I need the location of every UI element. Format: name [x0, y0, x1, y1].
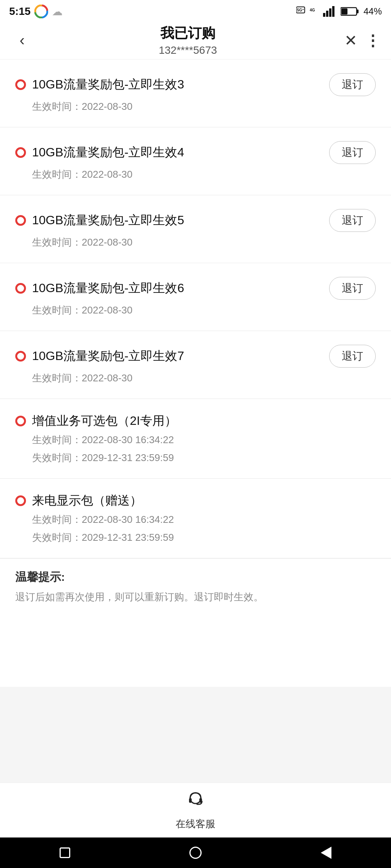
list-item-header: 10GB流量奖励包-立即生效5 退订	[15, 209, 376, 232]
nav-title: 我已订购	[34, 24, 342, 43]
service-label: 在线客服	[176, 817, 215, 831]
nav-title-block: 我已订购 132****5673	[34, 24, 342, 56]
svg-rect-4	[323, 13, 325, 17]
status-left: 5:15 ☁	[9, 5, 63, 18]
svg-text:4G: 4G	[310, 8, 315, 12]
list-item-header: 来电显示包（赠送）	[15, 492, 376, 509]
bottom-notice: 温馨提示: 退订后如需再次使用，则可以重新订购。退订即时生效。	[0, 558, 391, 611]
list-item: 10GB流量奖励包-立即生效5 退订 生效时间：2022-08-30	[0, 195, 391, 263]
status-dot-icon	[15, 79, 26, 90]
list-item-title-row: 10GB流量奖励包-立即生效6	[15, 280, 184, 297]
item-name: 来电显示包（赠送）	[32, 492, 142, 509]
notice-text: 退订后如需再次使用，则可以重新订购。退订即时生效。	[15, 590, 376, 604]
item-name: 10GB流量奖励包-立即生效5	[32, 212, 184, 229]
svg-rect-7	[332, 6, 334, 17]
unsubscribe-button[interactable]: 退订	[329, 277, 376, 300]
item-effect-time: 生效时间：2022-08-30	[15, 168, 376, 181]
svg-text:5G⁺: 5G⁺	[297, 8, 304, 12]
recent-apps-button[interactable]	[60, 847, 70, 858]
android-nav-bar	[0, 837, 391, 868]
item-effect-time: 生效时间：2022-08-30	[15, 304, 376, 317]
more-button[interactable]: ⋮	[365, 32, 380, 49]
battery-icon	[341, 6, 360, 17]
service-bar[interactable]: 在线客服	[0, 783, 391, 837]
square-icon	[60, 847, 70, 858]
item-effect-time: 生效时间：2022-08-30	[15, 371, 376, 385]
list-item-header: 增值业务可选包（2I专用）	[15, 413, 376, 429]
list-item-header: 10GB流量奖励包-立即生效3 退订	[15, 73, 376, 96]
circle-icon	[189, 847, 202, 859]
notice-title: 温馨提示:	[15, 569, 376, 585]
list-item: 10GB流量奖励包-立即生效3 退订 生效时间：2022-08-30	[0, 59, 391, 127]
svg-rect-12	[189, 798, 192, 803]
list-item-title-row: 增值业务可选包（2I专用）	[15, 413, 177, 429]
status-dot-icon	[15, 495, 26, 506]
list-item-header: 10GB流量奖励包-立即生效7 退订	[15, 345, 376, 368]
item-effect-time: 生效时间：2022-08-30 16:34:22	[15, 433, 376, 447]
unsubscribe-button[interactable]: 退订	[329, 141, 376, 164]
back-nav-button[interactable]	[321, 847, 331, 859]
items-container: 10GB流量奖励包-立即生效3 退订 生效时间：2022-08-30 10GB流…	[0, 59, 391, 558]
status-dot-icon	[15, 416, 26, 426]
svg-rect-5	[326, 11, 328, 17]
home-button[interactable]	[189, 847, 202, 859]
item-expire-time: 失效时间：2029-12-31 23:59:59	[15, 451, 376, 465]
svg-rect-9	[357, 10, 359, 13]
status-right: 5G⁺ 4G 44%	[296, 5, 382, 18]
list-item: 10GB流量奖励包-立即生效6 退订 生效时间：2022-08-30	[0, 263, 391, 331]
svg-rect-6	[329, 8, 331, 17]
list-item: 10GB流量奖励包-立即生效4 退订 生效时间：2022-08-30	[0, 127, 391, 195]
list-item-title-row: 10GB流量奖励包-立即生效3	[15, 76, 184, 93]
close-button[interactable]: ✕	[344, 32, 357, 49]
item-effect-time: 生效时间：2022-08-30	[15, 236, 376, 249]
item-effect-time: 生效时间：2022-08-30 16:34:22	[15, 513, 376, 526]
item-name: 10GB流量奖励包-立即生效4	[32, 144, 184, 161]
content-area: 10GB流量奖励包-立即生效3 退订 生效时间：2022-08-30 10GB流…	[0, 59, 391, 687]
customer-service-icon	[186, 790, 205, 814]
list-item-title-row: 10GB流量奖励包-立即生效7	[15, 348, 184, 365]
list-item: 10GB流量奖励包-立即生效7 退订 生效时间：2022-08-30	[0, 331, 391, 399]
signal-icon	[323, 5, 337, 18]
nav-actions: ✕ ⋮	[342, 32, 380, 49]
unsubscribe-button[interactable]: 退订	[329, 209, 376, 232]
status-bar: 5:15 ☁ 5G⁺ 4G 44%	[0, 0, 391, 21]
item-name: 10GB流量奖励包-立即生效6	[32, 280, 184, 297]
status-dot-icon	[15, 215, 26, 226]
list-item-title-row: 10GB流量奖励包-立即生效5	[15, 212, 184, 229]
list-item-header: 10GB流量奖励包-立即生效4 退订	[15, 141, 376, 164]
unsubscribe-button[interactable]: 退订	[329, 73, 376, 96]
item-name: 10GB流量奖励包-立即生效7	[32, 348, 184, 365]
nav-subtitle: 132****5673	[34, 44, 342, 56]
status-time: 5:15	[9, 5, 31, 18]
item-name: 10GB流量奖励包-立即生效3	[32, 76, 184, 93]
battery-percent: 44%	[364, 6, 382, 17]
list-item: 来电显示包（赠送） 生效时间：2022-08-30 16:34:22 失效时间：…	[0, 479, 391, 558]
network-icon: 5G⁺ 4G	[296, 5, 319, 18]
unsubscribe-button[interactable]: 退订	[329, 345, 376, 368]
item-effect-time: 生效时间：2022-08-30	[15, 100, 376, 113]
status-dot-icon	[15, 283, 26, 294]
back-button[interactable]: ‹	[11, 32, 34, 49]
svg-rect-10	[341, 8, 347, 14]
list-item-header: 10GB流量奖励包-立即生效6 退订	[15, 277, 376, 300]
weather-icon: ☁	[52, 5, 63, 18]
list-item: 增值业务可选包（2I专用） 生效时间：2022-08-30 16:34:22 失…	[0, 399, 391, 479]
brand-icon	[34, 5, 48, 18]
nav-bar: ‹ 我已订购 132****5673 ✕ ⋮	[0, 21, 391, 59]
triangle-icon	[321, 847, 331, 859]
item-expire-time: 失效时间：2029-12-31 23:59:59	[15, 531, 376, 544]
status-dot-icon	[15, 351, 26, 362]
status-dot-icon	[15, 147, 26, 158]
list-item-title-row: 来电显示包（赠送）	[15, 492, 142, 509]
list-item-title-row: 10GB流量奖励包-立即生效4	[15, 144, 184, 161]
item-name: 增值业务可选包（2I专用）	[32, 413, 177, 429]
